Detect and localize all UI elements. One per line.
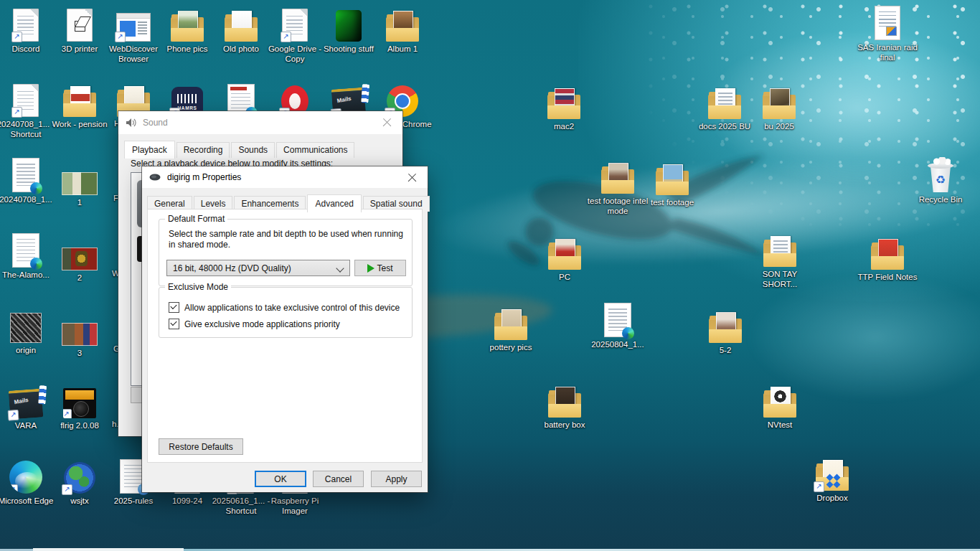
shortcut-arrow-icon — [62, 484, 72, 495]
20240708-shortcut-icon — [13, 84, 39, 117]
album-1-icon — [386, 17, 419, 42]
dropbox-icon — [816, 466, 849, 491]
test-footage-label: test footage — [651, 197, 694, 207]
the-alamo-label: The-Alamo... — [2, 270, 50, 280]
exclusive-option-0[interactable]: Allow applications to take exclusive con… — [169, 302, 400, 313]
desktop-icon-album-1[interactable]: Album 1 — [370, 6, 435, 54]
mac2-icon — [547, 95, 580, 119]
properties-window-title: digirig m Properties — [167, 172, 241, 182]
desktop-icon-20250804-doc[interactable]: 20250804_1... — [585, 301, 650, 349]
mac2-label: mac2 — [554, 121, 574, 131]
tab-recording[interactable]: Recording — [176, 142, 230, 158]
google-drive-copy-icon — [282, 9, 308, 42]
shortcut-arrow-icon — [11, 107, 22, 118]
tab-playback[interactable]: Playback — [124, 141, 175, 159]
default-format-legend: Default Format — [165, 214, 227, 224]
speaker-icon — [126, 118, 137, 128]
exclusive-option-1[interactable]: Give exclusive mode applications priorit… — [169, 319, 340, 329]
phone-pics-icon — [171, 17, 204, 42]
desktop-icon-ttp-field-notes[interactable]: TTP Field Notes — [855, 234, 920, 282]
recycle-symbol-icon — [936, 173, 946, 187]
apply-button[interactable]: Apply — [371, 471, 422, 487]
checkbox-icon[interactable] — [169, 302, 179, 313]
old-photo-icon — [225, 17, 258, 42]
son-tay-short-label: SON TAY SHORT... — [748, 269, 812, 289]
exclusive-mode-group: Exclusive Mode Allow applications to tak… — [159, 287, 413, 338]
origin-label: origin — [16, 345, 36, 355]
exclusive-mode-legend: Exclusive Mode — [165, 282, 231, 292]
microsoft-edge-label: Microsoft Edge — [0, 496, 53, 506]
desktop-icon-test-footage[interactable]: test footage — [640, 159, 705, 207]
the-alamo-icon — [12, 233, 39, 268]
tab-advanced[interactable]: Advanced — [307, 194, 361, 212]
raspberry-pi-imager-label: Raspberry Pi Imager — [263, 496, 327, 516]
sas-iranian-raid-final-label: SAS Iranian raid final — [855, 42, 920, 62]
close-icon[interactable] — [395, 166, 428, 189]
shortcut-arrow-icon — [8, 410, 19, 421]
desktop-icon-dropbox[interactable]: Dropbox — [800, 455, 864, 503]
pic-1-label: 1 — [77, 197, 82, 207]
vara-label: VARA — [15, 420, 37, 430]
nvtest-icon — [763, 393, 796, 418]
desktop-icon-pic-2[interactable]: 2 — [47, 235, 112, 283]
recycle-bin-icon — [927, 159, 954, 192]
taskbar-edge-light — [33, 548, 184, 551]
test-footage-intel-mode-icon — [601, 169, 634, 194]
work-pension-label: Work - pension — [52, 119, 107, 129]
restore-defaults-button[interactable]: Restore Defaults — [159, 438, 243, 455]
tab-sounds[interactable]: Sounds — [231, 142, 275, 158]
5-2-label: 5-2 — [720, 345, 732, 355]
desktop-icon-son-tay-short[interactable]: SON TAY SHORT... — [748, 231, 812, 289]
desktop-icon-sas-iranian-raid-final[interactable]: SAS Iranian raid final — [855, 4, 920, 62]
desktop-icon-battery-box[interactable]: battery box — [532, 382, 597, 430]
pic-2-icon — [62, 248, 98, 270]
flrig-icon — [63, 388, 96, 418]
pic-1-icon — [62, 172, 98, 195]
dropbox-label: Dropbox — [816, 493, 847, 503]
close-icon[interactable] — [370, 111, 402, 133]
desktop-icon-mac2[interactable]: mac2 — [532, 83, 596, 131]
pc-label: PC — [559, 272, 570, 282]
battery-box-icon — [548, 393, 581, 418]
exclusive-option-label-0: Allow applications to take exclusive con… — [184, 303, 400, 313]
sample-rate-dropdown[interactable]: 16 bit, 48000 Hz (DVD Quality) — [166, 260, 350, 276]
microsoft-edge-icon — [9, 461, 42, 494]
old-photo-label: Old photo — [223, 44, 259, 54]
cd-icon — [774, 390, 786, 402]
1099-24-label: 1099-24 — [172, 496, 202, 506]
desktop-icon-5-2[interactable]: 5-2 — [693, 307, 758, 355]
2025-rules-label: 2025-rules — [114, 496, 153, 506]
wsjtx-label: wsjtx — [70, 496, 89, 506]
properties-titlebar[interactable]: digirig m Properties — [142, 166, 428, 188]
desktop-icon-pic-1[interactable]: 1 — [47, 159, 112, 207]
desktop-icon-recycle-bin[interactable]: Recycle Bin — [908, 156, 973, 204]
shooting-stuff-icon — [336, 10, 362, 42]
test-button[interactable]: Test — [354, 260, 406, 276]
shortcut-arrow-icon — [9, 484, 18, 494]
20240708-doc-label: 20240708_1... — [0, 194, 52, 204]
sound-window-title: Sound — [143, 118, 168, 128]
chevron-down-icon — [336, 264, 344, 272]
pic-3-icon — [62, 323, 98, 346]
cancel-button[interactable]: Cancel — [313, 471, 364, 487]
edge-badge-icon — [30, 182, 42, 194]
play-icon — [367, 264, 374, 273]
desktop-icon-pic-3[interactable]: 3 — [47, 310, 112, 358]
desktop-icon-nvtest[interactable]: NVtest — [748, 382, 812, 430]
nvtest-label: NVtest — [768, 420, 793, 430]
sample-rate-value: 16 bit, 48000 Hz (DVD Quality) — [173, 263, 291, 273]
desktop-icon-flrig[interactable]: flrig 2.0.08 — [47, 382, 112, 430]
recycle-bin-label: Recycle Bin — [919, 194, 963, 204]
flrig-label: flrig 2.0.08 — [60, 420, 99, 430]
checkbox-icon[interactable] — [169, 319, 179, 329]
default-format-group: Default Format Select the sample rate an… — [159, 219, 413, 286]
sound-tabs: PlaybackRecordingSoundsCommunications — [124, 141, 356, 158]
desktop-icon-pottery-pics[interactable]: pottery pics — [479, 304, 543, 352]
battery-box-label: battery box — [545, 420, 585, 430]
desktop-icon-pc[interactable]: PC — [532, 234, 597, 282]
edge-badge-icon — [622, 327, 634, 339]
ok-button[interactable]: OK — [255, 471, 306, 487]
tab-communications[interactable]: Communications — [276, 142, 354, 158]
sound-titlebar[interactable]: Sound — [118, 111, 402, 134]
desktop-icon-bu-2025[interactable]: bu 2025 — [747, 83, 811, 131]
